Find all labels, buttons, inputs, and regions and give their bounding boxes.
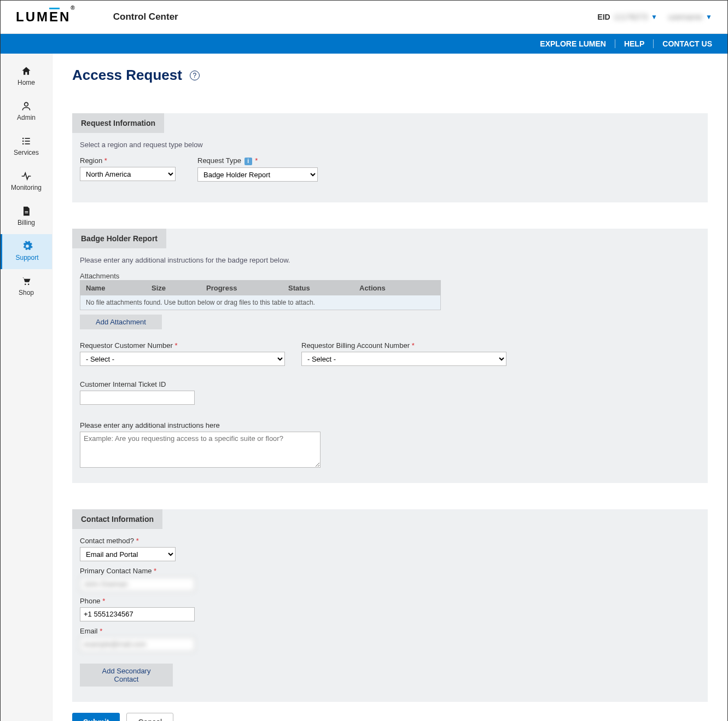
billing-account-select[interactable]: - Select -	[301, 352, 506, 366]
main-content: Access Request ? Request Information Sel…	[53, 54, 727, 721]
section-heading: Request Information	[72, 113, 164, 133]
svg-point-5	[22, 143, 24, 145]
request-type-label: Request Type i *	[197, 156, 318, 165]
contact-method-label: Contact method? *	[80, 537, 700, 545]
contact-name-label: Primary Contact Name *	[80, 567, 700, 575]
col-status: Status	[283, 281, 354, 295]
activity-icon	[21, 171, 32, 182]
section-heading: Contact Information	[72, 509, 162, 529]
svg-rect-6	[25, 143, 30, 144]
request-type-select[interactable]: Badge Holder Report	[197, 167, 318, 182]
eid-label: EID	[597, 13, 610, 21]
user-dropdown[interactable]: username ▼	[668, 13, 712, 21]
phone-input[interactable]	[80, 607, 195, 621]
submit-button[interactable]: Submit	[72, 713, 120, 722]
sidebar-item-label: Billing	[18, 219, 35, 226]
svg-rect-4	[25, 141, 30, 142]
svg-rect-7	[25, 211, 28, 212]
explore-link[interactable]: EXPLORE LUMEN	[531, 39, 615, 48]
sidebar-item-admin[interactable]: Admin	[1, 94, 52, 129]
add-attachment-button[interactable]: Add Attachment	[80, 315, 162, 329]
chevron-down-icon: ▼	[651, 13, 657, 21]
section-hint: Please enter any additional instructions…	[80, 256, 700, 264]
gear-icon	[22, 241, 33, 252]
sidebar-item-label: Services	[14, 149, 39, 156]
section-request-info: Request Information Select a region and …	[72, 113, 708, 202]
svg-rect-2	[25, 138, 30, 139]
instructions-label: Please enter any additional instructions…	[80, 421, 700, 429]
list-icon	[21, 136, 32, 147]
sidebar-item-billing[interactable]: Billing	[1, 199, 52, 234]
sidebar-item-monitoring[interactable]: Monitoring	[1, 164, 52, 199]
sidebar-item-label: Support	[15, 254, 38, 261]
utility-bar: EXPLORE LUMEN HELP CONTACT US	[1, 34, 727, 54]
phone-label: Phone *	[80, 597, 700, 605]
sidebar-item-home[interactable]: Home	[1, 59, 52, 94]
email-label: Email *	[80, 627, 700, 635]
instructions-textarea[interactable]	[80, 432, 321, 468]
user-name: username	[668, 13, 702, 21]
cancel-button[interactable]: Cancel	[126, 713, 173, 722]
help-link[interactable]: HELP	[615, 39, 654, 48]
eid-dropdown[interactable]: EID 11176273 ▼	[597, 13, 657, 21]
info-icon[interactable]: i	[244, 158, 252, 165]
contact-method-select[interactable]: Email and Portal	[80, 547, 176, 561]
form-actions: Submit Cancel	[72, 713, 708, 722]
billing-account-label: Requestor Billing Account Number *	[301, 341, 506, 350]
app-name: Control Center	[113, 11, 178, 22]
section-contact-info: Contact Information Contact method? * Em…	[72, 509, 708, 702]
col-size: Size	[146, 281, 201, 295]
chevron-down-icon: ▼	[706, 13, 712, 21]
sidebar-item-services[interactable]: Services	[1, 129, 52, 164]
sidebar-item-shop[interactable]: Shop	[1, 269, 52, 304]
section-heading: Badge Holder Report	[72, 229, 166, 248]
sidebar-item-label: Shop	[19, 289, 34, 296]
svg-point-3	[22, 141, 24, 142]
home-icon	[21, 66, 32, 77]
contact-name-input[interactable]	[80, 577, 195, 591]
sidebar-item-label: Monitoring	[11, 184, 42, 191]
user-icon	[21, 101, 32, 112]
section-hint: Select a region and request type below	[80, 141, 700, 149]
top-header: LUMEN® Control Center EID 11176273 ▼ use…	[1, 1, 727, 34]
attachments-empty: No file attachments found. Use button be…	[80, 295, 440, 310]
contact-link[interactable]: CONTACT US	[654, 39, 712, 48]
section-badge-report: Badge Holder Report Please enter any add…	[72, 229, 708, 483]
customer-number-select[interactable]: - Select -	[80, 352, 285, 366]
page-title-row: Access Request ?	[72, 67, 708, 84]
help-icon[interactable]: ?	[190, 71, 200, 80]
sidebar-item-label: Admin	[17, 114, 36, 121]
sidebar-item-label: Home	[18, 79, 35, 86]
sidebar: Home Admin Services Monitoring Billing S…	[1, 54, 53, 721]
eid-value: 11176273	[614, 13, 648, 21]
region-select[interactable]: North America	[80, 167, 176, 181]
add-secondary-contact-button[interactable]: Add Secondary Contact	[80, 664, 173, 687]
col-name: Name	[80, 281, 146, 295]
svg-point-10	[28, 284, 30, 286]
svg-point-1	[22, 138, 24, 139]
email-input[interactable]	[80, 637, 195, 652]
attachments-label: Attachments	[80, 272, 700, 280]
cart-icon	[21, 276, 32, 287]
customer-number-label: Requestor Customer Number *	[80, 341, 285, 350]
attachments-table: Name Size Progress Status Actions No fil…	[80, 280, 441, 310]
svg-point-9	[25, 284, 26, 286]
ticket-id-input[interactable]	[80, 391, 195, 405]
file-icon	[21, 206, 32, 217]
svg-rect-8	[25, 213, 28, 213]
col-progress: Progress	[201, 281, 283, 295]
svg-point-0	[25, 102, 28, 106]
ticket-id-label: Customer Internal Ticket ID	[80, 380, 700, 388]
page-title: Access Request	[72, 67, 182, 84]
sidebar-item-support[interactable]: Support	[1, 234, 52, 269]
region-label: Region *	[80, 156, 176, 165]
logo: LUMEN®	[16, 9, 75, 25]
col-actions: Actions	[354, 281, 440, 295]
